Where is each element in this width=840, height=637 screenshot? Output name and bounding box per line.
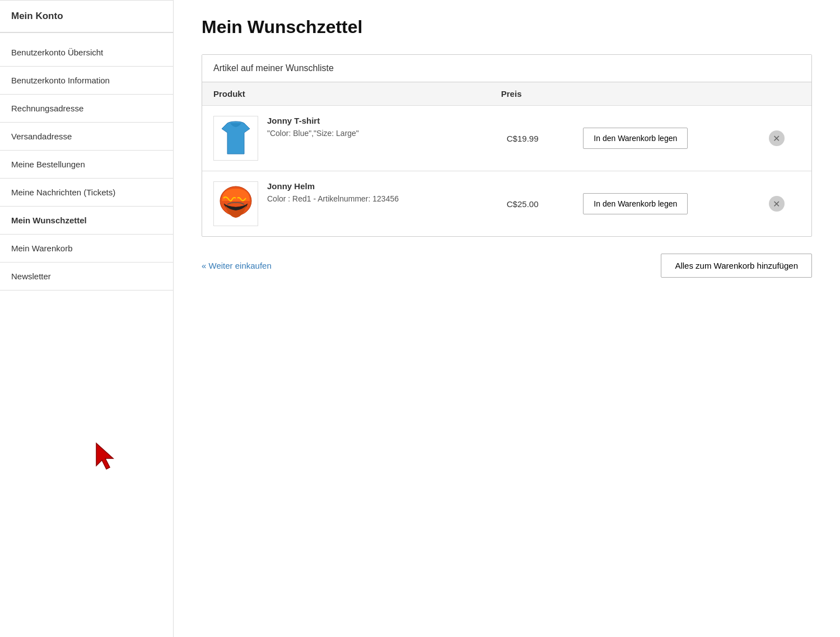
product-price-1: C$19.99 xyxy=(496,106,572,171)
wishlist-box: Artikel auf meiner Wunschliste Produkt P… xyxy=(202,54,812,237)
sidebar-item-tickets[interactable]: Meine Nachrichten (Tickets) xyxy=(0,179,173,207)
product-cell-2: Jonny Helm Color : Red1 - Artikelnummer:… xyxy=(202,171,496,237)
product-remove-cell-2: ✕ xyxy=(758,171,811,237)
product-table: Produkt Preis xyxy=(202,82,811,236)
sidebar-nav: Benutzerkonto Übersicht Benutzerkonto In… xyxy=(0,33,173,296)
sidebar-item-information[interactable]: Benutzerkonto Information xyxy=(0,67,173,95)
product-desc-1: "Color: Blue","Size: Large" xyxy=(267,128,484,139)
column-action xyxy=(572,82,758,106)
product-name-2: Jonny Helm xyxy=(267,181,484,191)
product-price-2: C$25.00 xyxy=(496,171,572,237)
column-product: Produkt xyxy=(202,82,496,106)
table-row: Jonny T-shirt "Color: Blue","Size: Large… xyxy=(202,106,811,171)
product-name-1: Jonny T-shirt xyxy=(267,116,484,125)
sidebar-item-orders[interactable]: Meine Bestellungen xyxy=(0,151,173,179)
product-action-2: In den Warenkorb legen xyxy=(572,171,758,237)
helmet-icon xyxy=(215,184,257,223)
product-image-1 xyxy=(213,116,258,161)
product-image-2 xyxy=(213,181,258,226)
add-to-cart-button-2[interactable]: In den Warenkorb legen xyxy=(583,193,688,214)
remove-button-1[interactable]: ✕ xyxy=(769,130,785,146)
product-action-1: In den Warenkorb legen xyxy=(572,106,758,171)
page-title: Mein Wunschzettel xyxy=(202,17,812,38)
product-cell-1: Jonny T-shirt "Color: Blue","Size: Large… xyxy=(202,106,496,171)
sidebar-item-newsletter[interactable]: Newsletter xyxy=(0,263,173,291)
sidebar-item-cart[interactable]: Mein Warenkorb xyxy=(0,235,173,263)
table-row: Jonny Helm Color : Red1 - Artikelnummer:… xyxy=(202,171,811,237)
add-all-to-cart-button[interactable]: Alles zum Warenkorb hinzufügen xyxy=(661,254,812,278)
sidebar-item-shipping[interactable]: Versandadresse xyxy=(0,123,173,151)
footer-actions: « Weiter einkaufen Alles zum Warenkorb h… xyxy=(202,254,812,278)
sidebar-item-wishlist[interactable]: Mein Wunschzettel xyxy=(0,207,173,235)
column-remove xyxy=(758,82,811,106)
sidebar-item-billing[interactable]: Rechnungsadresse xyxy=(0,95,173,123)
add-to-cart-button-1[interactable]: In den Warenkorb legen xyxy=(583,128,688,149)
product-remove-cell-1: ✕ xyxy=(758,106,811,171)
sidebar-title: Mein Konto xyxy=(0,0,173,33)
sidebar: Mein Konto Benutzerkonto Übersicht Benut… xyxy=(0,0,174,637)
wishlist-box-header: Artikel auf meiner Wunschliste xyxy=(202,55,811,82)
remove-button-2[interactable]: ✕ xyxy=(769,196,785,212)
column-price: Preis xyxy=(496,82,572,106)
sidebar-item-overview[interactable]: Benutzerkonto Übersicht xyxy=(0,39,173,67)
main-content: Mein Wunschzettel Artikel auf meiner Wun… xyxy=(174,0,840,637)
product-desc-2: Color : Red1 - Artikelnummer: 123456 xyxy=(267,193,484,205)
tshirt-icon xyxy=(219,120,253,157)
continue-shopping-link[interactable]: « Weiter einkaufen xyxy=(202,261,272,270)
